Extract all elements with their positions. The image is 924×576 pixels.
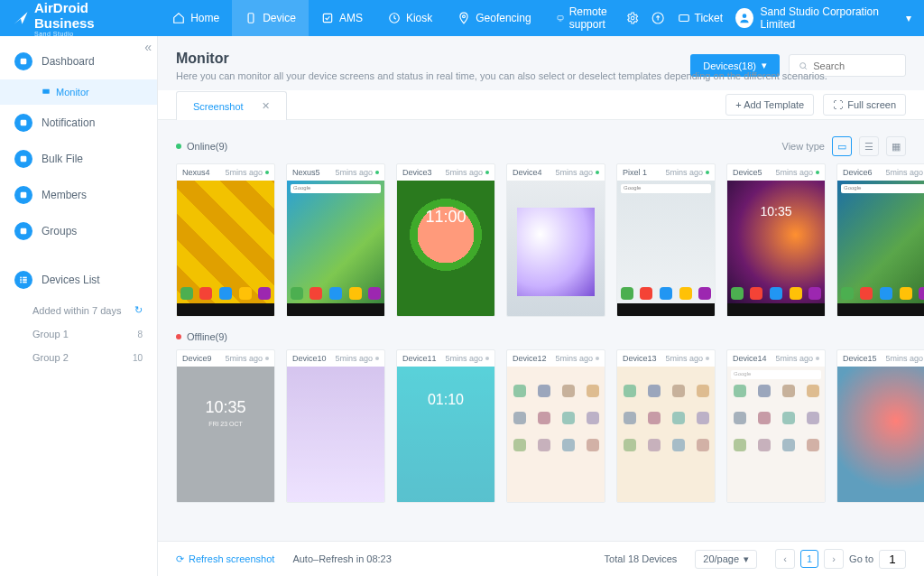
ticket-link[interactable]: Ticket (678, 12, 724, 24)
device-time: 5mins ago (335, 354, 373, 363)
devices-list-item[interactable]: Group 1 8 (0, 322, 157, 346)
topnav-kiosk[interactable]: Kiosk (375, 0, 445, 36)
kiosk-icon (388, 12, 401, 24)
device-card[interactable]: Device14 5mins ago Google (726, 349, 826, 503)
device-name: Nexus5 (292, 168, 320, 177)
device-card[interactable]: Pixel 1 5mins ago Google◁○□ (616, 163, 716, 317)
svg-rect-17 (20, 282, 22, 283)
device-card[interactable]: Device13 5mins ago (616, 349, 716, 503)
geo-icon (457, 12, 470, 24)
view-grid-icon[interactable]: ▦ (886, 136, 906, 156)
view-list-icon[interactable]: ☰ (859, 136, 879, 156)
device-card[interactable]: Device3 5mins ago 11:00 (396, 163, 495, 317)
fullscreen-button[interactable]: ⛶Full screen (823, 94, 906, 116)
bell-icon (14, 114, 32, 132)
chevron-down-icon: ▾ (744, 553, 749, 565)
sidebar-item-dashboard[interactable]: Dashboard (0, 43, 157, 79)
auto-refresh-label: Auto–Refresh in 08:23 (292, 553, 391, 564)
svg-point-8 (742, 14, 746, 18)
device-time: 5mins ago (885, 354, 923, 363)
svg-rect-11 (21, 120, 27, 126)
page-number[interactable]: 1 (800, 550, 818, 568)
footer: ⟳Refresh screenshot Auto–Refresh in 08:2… (158, 541, 924, 576)
home-icon (172, 12, 185, 24)
close-icon[interactable]: ✕ (262, 100, 270, 112)
device-time: 5mins ago (665, 168, 703, 177)
device-card[interactable]: Device15 5mins ago (836, 349, 924, 503)
groups-icon (14, 222, 32, 240)
device-time: 5mins ago (665, 354, 703, 363)
sidebar-item-groups[interactable]: Groups (0, 213, 157, 249)
main: Monitor Here you can monitor all your de… (158, 36, 924, 576)
online-cards: Nexus4 5mins ago ◁○□ Nexus5 5mins ago Go… (176, 163, 906, 317)
device-name: Device3 (402, 168, 432, 177)
user-menu[interactable]: Sand Studio Corporation Limited ▾ (735, 5, 911, 31)
list-icon (14, 271, 32, 289)
device-card[interactable]: Device9 5mins ago 10:35FRI 23 OCT (176, 349, 275, 503)
topnav-ams[interactable]: AMS (309, 0, 375, 36)
page-header: Monitor Here you can monitor all your de… (158, 36, 924, 90)
device-card[interactable]: Nexus5 5mins ago Google◁○□ (286, 163, 385, 317)
device-thumbnail: 10:35FRI 23 OCT (177, 367, 274, 502)
device-time: 5mins ago (445, 354, 483, 363)
device-card[interactable]: Device11 5mins ago 01:10 (396, 349, 495, 503)
topnav-remote-support[interactable]: Remote support (544, 0, 626, 36)
search-input[interactable] (813, 60, 896, 71)
topbar: AirDroid Business Sand Studio Home Devic… (0, 0, 924, 36)
device-time: 5mins ago (225, 168, 263, 177)
view-type-switch: View type ▭ ☰ ▦ (782, 136, 907, 156)
status-dot (485, 171, 489, 174)
devices-list-item[interactable]: Added within 7 days ↻ (0, 298, 157, 322)
tab-screenshot[interactable]: Screenshot ✕ (176, 91, 287, 120)
device-name: Device15 (843, 354, 877, 363)
upload-icon[interactable] (651, 11, 664, 25)
topnav-device[interactable]: Device (232, 0, 309, 36)
sidebar-collapse-icon[interactable]: « (144, 40, 152, 54)
device-card[interactable]: Nexus4 5mins ago ◁○□ (176, 163, 275, 317)
count-badge: 8 (137, 330, 143, 339)
device-name: Device5 (733, 168, 762, 177)
svg-rect-19 (23, 279, 27, 281)
sidebar-item-notification[interactable]: Notification (0, 105, 157, 141)
sidebar-item-members[interactable]: Members (0, 177, 157, 213)
topnav: Home Device AMS Kiosk Geofencing Remote … (160, 0, 626, 36)
gear-icon[interactable] (626, 11, 639, 25)
devices-list-item[interactable]: Group 2 10 (0, 346, 157, 369)
sidebar-devices-list[interactable]: Devices List (0, 262, 157, 298)
brand-icon (13, 10, 29, 26)
device-time: 5mins ago (555, 354, 593, 363)
expand-icon: ⛶ (833, 99, 843, 110)
device-card[interactable]: Device10 5mins ago (286, 349, 385, 503)
chevron-down-icon: ▾ (906, 12, 911, 24)
device-thumbnail: Google◁○□ (617, 181, 715, 316)
topnav-home[interactable]: Home (160, 0, 232, 36)
sidebar-item-bulk-file[interactable]: Bulk File (0, 141, 157, 177)
avatar-icon (735, 8, 753, 28)
user-name: Sand Studio Corporation Limited (761, 5, 899, 31)
device-card[interactable]: Device4 5mins ago (506, 163, 605, 317)
goto-input[interactable] (879, 550, 906, 569)
page-prev-button[interactable]: ‹ (775, 549, 795, 569)
support-icon (557, 12, 564, 24)
status-dot (265, 171, 269, 174)
topnav-geofencing[interactable]: Geofencing (445, 0, 543, 36)
device-name: Device14 (733, 354, 767, 363)
device-thumbnail: ◁○□ (177, 181, 274, 316)
device-time: 5mins ago (445, 168, 483, 177)
device-thumbnail: 10:35◁○□ (727, 181, 825, 316)
add-template-button[interactable]: + Add Template (725, 94, 814, 116)
device-card[interactable]: Device6 5mins ago Google◁○□ (836, 163, 924, 317)
sidebar-item-monitor[interactable]: Monitor (0, 79, 157, 105)
device-name: Device4 (513, 168, 542, 177)
device-card[interactable]: Device5 5mins ago 10:35◁○□ (726, 163, 826, 317)
per-page-select[interactable]: 20/page▾ (695, 550, 757, 569)
view-card-icon[interactable]: ▭ (832, 136, 852, 156)
brand[interactable]: AirDroid Business Sand Studio (13, 0, 142, 37)
device-card[interactable]: Device12 5mins ago (506, 349, 605, 503)
page-next-button[interactable]: › (824, 549, 844, 569)
pagination: ‹ 1 › Go to (775, 549, 906, 569)
count-badge: 10 (133, 353, 143, 363)
status-dot (375, 357, 379, 360)
refresh-screenshot-button[interactable]: ⟳Refresh screenshot (176, 553, 274, 565)
search-icon (799, 60, 808, 71)
